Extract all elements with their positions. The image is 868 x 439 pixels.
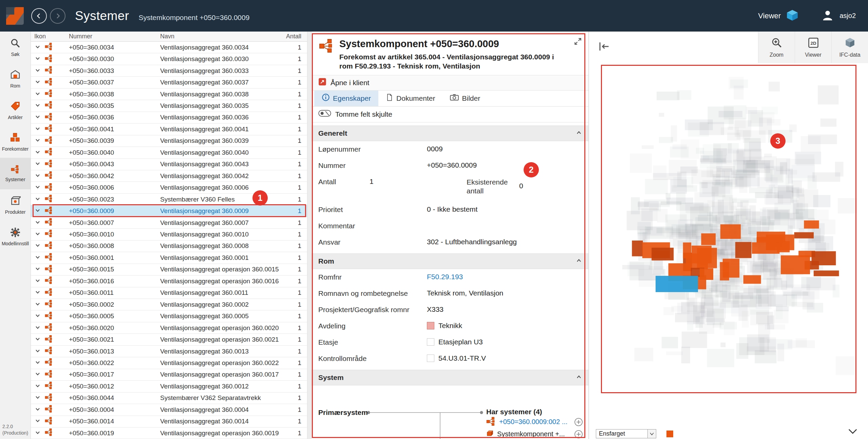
add-icon[interactable] — [574, 418, 583, 426]
chevron-down-icon[interactable] — [35, 137, 40, 145]
table-row[interactable]: +050=360.0035Ventilasjonsaggregat 360.00… — [31, 100, 307, 112]
sidebar-item-articles[interactable]: Artikler — [0, 95, 31, 126]
chevron-down-icon[interactable] — [35, 79, 40, 86]
tab-bilder[interactable]: Bilder — [442, 91, 488, 106]
chevron-down-icon[interactable] — [35, 91, 40, 98]
table-row[interactable]: +050=360.0030Ventilasjonsaggregat 360.00… — [31, 53, 307, 65]
back-button[interactable] — [31, 8, 47, 24]
chevron-down-icon[interactable] — [35, 149, 40, 156]
table-row[interactable]: +050=360.0013Ventilasjonsaggregat 360.00… — [31, 346, 307, 357]
table-row[interactable]: +050=360.0044Systembærer V362 Separatavt… — [31, 393, 307, 404]
chevron-down-icon[interactable] — [35, 383, 40, 390]
chevron-down-icon[interactable] — [35, 207, 40, 215]
chevron-down-icon[interactable] — [35, 172, 40, 180]
sidebar-item-settings[interactable]: Modellinnstill — [0, 221, 31, 252]
chevron-down-icon[interactable] — [35, 406, 40, 414]
section-header-system[interactable]: System — [312, 370, 588, 385]
tab-dokumenter[interactable]: Dokumenter — [378, 91, 442, 106]
chevron-down-icon[interactable] — [35, 254, 40, 262]
section-header-rom[interactable]: Rom — [312, 253, 588, 269]
chevron-down-icon[interactable] — [35, 184, 40, 191]
bottom-panel-chevron-icon[interactable] — [848, 428, 858, 437]
table-row[interactable]: +050=360.0005Ventilasjonsaggregat 360.00… — [31, 310, 307, 322]
table-row[interactable]: +050=360.0033Ventilasjonsaggregat 360.00… — [31, 65, 307, 77]
app-logo-icon[interactable] — [5, 6, 24, 25]
table-row[interactable]: +050=360.0014Ventilasjonsaggregat 360.00… — [31, 416, 307, 427]
table-row[interactable]: +050=360.0040Ventilasjonsaggregat 360.00… — [31, 147, 307, 158]
chevron-down-icon[interactable] — [35, 242, 40, 250]
chevron-up-icon[interactable] — [575, 130, 582, 137]
chevron-up-icon[interactable] — [575, 258, 582, 265]
table-row[interactable]: +050=360.0037Ventilasjonsaggregat 360.00… — [31, 77, 307, 88]
table-row[interactable]: +050=360.0020Ventilasjonsaggregat operas… — [31, 322, 307, 334]
user-icon[interactable] — [821, 8, 834, 23]
checkbox[interactable] — [427, 355, 434, 362]
column-header-ikon[interactable]: Ikon — [31, 33, 69, 40]
table-row[interactable]: +050=360.0001Ventilasjonsaggregat 360.00… — [31, 252, 307, 264]
chevron-down-icon[interactable] — [35, 359, 40, 367]
table-row[interactable]: +050=360.0004Ventilasjonsaggregat 360.00… — [31, 404, 307, 416]
table-row[interactable]: +050=360.0019Ventilasjonsaggregat operas… — [31, 427, 307, 439]
table-row[interactable]: +050=360.0041Ventilasjonsaggregat 360.00… — [31, 123, 307, 135]
table-row[interactable]: +050=360.0036Ventilasjonsaggregat 360.00… — [31, 112, 307, 123]
chevron-down-icon[interactable] — [35, 312, 40, 320]
add-icon[interactable] — [574, 430, 583, 439]
chevron-down-icon[interactable] — [35, 102, 40, 110]
chevron-down-icon[interactable] — [35, 324, 40, 332]
chevron-down-icon[interactable] — [35, 278, 40, 285]
chevron-down-icon[interactable] — [35, 231, 40, 238]
tool-ifc-data[interactable]: IFC-data — [831, 32, 868, 63]
table-row[interactable]: +050=360.0012Ventilasjonsaggregat 360.00… — [31, 381, 307, 392]
chevron-down-icon[interactable] — [35, 114, 40, 121]
chevron-down-icon[interactable] — [35, 301, 40, 308]
sidebar-item-room[interactable]: Rom — [0, 63, 31, 95]
chevron-down-icon[interactable] — [35, 371, 40, 378]
table-row[interactable]: +050=360.0021Ventilasjonsaggregat operas… — [31, 334, 307, 345]
fullscreen-icon[interactable] — [573, 37, 582, 47]
chevron-down-icon[interactable] — [35, 336, 40, 343]
chevron-down-icon[interactable] — [35, 430, 40, 437]
field-value[interactable]: F50.29.193 — [427, 273, 463, 281]
table-row[interactable]: +050=360.0038Ventilasjonsaggregat 360.00… — [31, 89, 307, 100]
has-system-item[interactable]: Systemkomponent +... — [486, 428, 583, 439]
table-row[interactable]: +050=360.0002Ventilasjonsaggregat 360.00… — [31, 299, 307, 310]
color-mode-select[interactable]: Ensfarget — [596, 429, 656, 438]
collapse-panel-icon[interactable] — [597, 40, 611, 54]
table-row[interactable]: +050=360.0009Ventilasjonsaggregat 360.00… — [31, 205, 307, 217]
chevron-down-icon[interactable] — [35, 394, 40, 402]
sidebar-item-occurrences[interactable]: Forekomster — [0, 126, 31, 158]
empty-fields-toggle[interactable]: Tomme felt skjulte — [312, 107, 588, 122]
table-row[interactable]: +050=360.0006Ventilasjonsaggregat 360.00… — [31, 182, 307, 193]
table-row[interactable]: +050=360.0042Ventilasjonsaggregat 360.00… — [31, 170, 307, 182]
model-3d-view[interactable] — [601, 65, 857, 393]
chevron-down-icon[interactable] — [35, 219, 40, 227]
sidebar-item-search[interactable]: Søk — [0, 32, 31, 63]
sidebar-item-products[interactable]: Produkter — [0, 189, 31, 221]
column-header-navn[interactable]: Navn — [160, 33, 280, 40]
chevron-down-icon[interactable] — [35, 44, 40, 51]
tab-egenskaper[interactable]: Egenskaper — [314, 91, 378, 106]
chevron-down-icon[interactable] — [35, 126, 40, 133]
chevron-down-icon[interactable] — [35, 418, 40, 425]
sidebar-item-systems[interactable]: Systemer — [0, 158, 31, 189]
table-row[interactable]: +050=360.0043Ventilasjonsaggregat 360.00… — [31, 159, 307, 170]
checkbox[interactable] — [427, 338, 434, 346]
table-row[interactable]: +050=360.0008Ventilasjonsaggregat 360.00… — [31, 241, 307, 252]
chevron-down-icon[interactable] — [35, 196, 40, 203]
table-row[interactable]: +050=360.0011Ventilasjonsaggregat 360.00… — [31, 287, 307, 299]
chevron-down-icon[interactable] — [35, 289, 40, 297]
table-row[interactable]: +050=360.0007Ventilasjonsaggregat 360.00… — [31, 217, 307, 229]
chevron-down-icon[interactable] — [35, 160, 40, 168]
model-color-swatch[interactable] — [666, 431, 673, 437]
table-row[interactable]: +050=360.0010Ventilasjonsaggregat 360.00… — [31, 229, 307, 240]
table-row[interactable]: +050=360.0015Ventilasjonsaggregat operas… — [31, 264, 307, 275]
chevron-down-icon[interactable] — [35, 348, 40, 355]
forward-button[interactable] — [50, 8, 65, 24]
table-row[interactable]: +050=360.0022Ventilasjonsaggregat operas… — [31, 357, 307, 369]
chevron-down-icon[interactable] — [35, 266, 40, 273]
chevron-up-icon[interactable] — [575, 374, 582, 381]
tool-viewer[interactable]: 2DViewer — [795, 32, 831, 63]
table-row[interactable]: +050=360.0034Ventilasjonsaggregat 360.00… — [31, 42, 307, 53]
open-in-client-button[interactable]: Åpne i klient — [312, 75, 588, 91]
tool-zoom[interactable]: Zoom — [758, 32, 795, 63]
